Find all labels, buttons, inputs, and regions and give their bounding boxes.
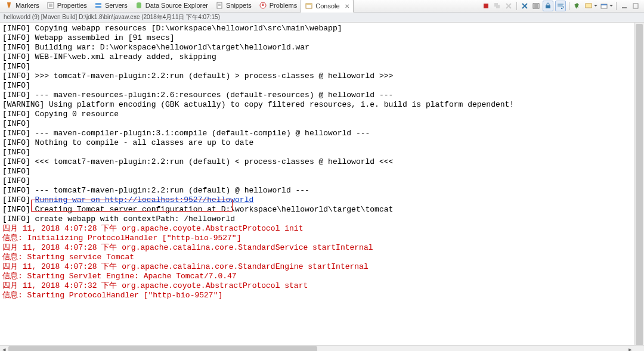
- console-line: [INFO] Building war: D:\workspace\hellow…: [2, 43, 642, 52]
- console-text[interactable]: [INFO] Copying webapp resources [D:\work…: [0, 23, 644, 302]
- datasource-icon: [135, 1, 143, 10]
- console-line: [INFO] create webapp with contextPath: /…: [2, 215, 642, 224]
- console-line: [INFO] Copying webapp resources [D:\work…: [2, 24, 642, 33]
- toolbar-separator: [516, 2, 517, 10]
- console-line: 四月 11, 2018 4:07:28 下午 org.apache.catali…: [2, 243, 642, 253]
- tab-label: Console: [315, 2, 339, 10]
- svg-rect-16: [601, 4, 607, 5]
- tab-label: Properties: [57, 2, 87, 9]
- tab-servers[interactable]: Servers: [91, 0, 131, 11]
- console-line: [INFO]: [2, 148, 642, 157]
- tab-label: Snippets: [226, 2, 252, 9]
- console-line: [INFO]: [2, 81, 642, 91]
- svg-rect-18: [633, 4, 638, 8]
- tab-properties[interactable]: Properties: [43, 0, 91, 11]
- console-line: [INFO] --- maven-resources-plugin:2.6:re…: [2, 91, 642, 100]
- pin-console-button[interactable]: [572, 1, 582, 11]
- properties-icon: [47, 1, 55, 10]
- console-line: 信息: Starting service Tomcat: [2, 253, 642, 262]
- word-wrap-button[interactable]: [555, 1, 566, 11]
- console-line: [WARNING] Using platform encoding (GBK a…: [2, 100, 642, 110]
- tab-data-source-explorer[interactable]: Data Source Explorer: [131, 0, 212, 11]
- console-line: [INFO]: [2, 62, 642, 72]
- hscroll-right-arrow[interactable]: ▸: [626, 346, 634, 351]
- horizontal-scrollbar[interactable]: ◂ ▸: [0, 345, 644, 351]
- vertical-scrollbar[interactable]: [634, 23, 644, 345]
- problems-icon: [259, 1, 267, 10]
- clear-console-button[interactable]: [531, 1, 541, 11]
- console-line: [INFO] Creating Tomcat server configurat…: [2, 205, 642, 215]
- console-line: [INFO] <<< tomcat7-maven-plugin:2.2:run …: [2, 157, 642, 167]
- tab-markers[interactable]: Markers: [1, 0, 43, 11]
- console-hyperlink[interactable]: Running war on http://localhost:9527/hel…: [35, 195, 254, 204]
- remove-launch-button[interactable]: [504, 1, 513, 11]
- svg-rect-17: [622, 7, 627, 8]
- display-selected-console-button[interactable]: [584, 1, 593, 11]
- console-line: 信息: Starting ProtocolHandler ["http-bio-…: [2, 291, 642, 300]
- console-line: [INFO] --- tomcat7-maven-plugin:2.2:run …: [2, 186, 642, 195]
- svg-rect-2: [95, 6, 101, 8]
- terminate-all-button[interactable]: [493, 1, 502, 11]
- tab-snippets[interactable]: Snippets: [212, 0, 255, 11]
- console-line: [INFO] >>> tomcat7-maven-plugin:2.2:run …: [2, 72, 642, 81]
- display-console-dropdown[interactable]: [594, 1, 597, 11]
- console-line: 信息: Starting Servlet Engine: Apache Tomc…: [2, 272, 642, 281]
- servers-icon: [94, 1, 103, 10]
- console-line: [INFO]: [2, 167, 642, 176]
- maximize-view-button[interactable]: [631, 1, 640, 11]
- console-viewport: [INFO] Copying webapp resources [D:\work…: [0, 23, 644, 345]
- horizontal-scroll-thumb[interactable]: [8, 346, 317, 351]
- console-line: 四月 11, 2018 4:07:28 下午 org.apache.catali…: [2, 262, 642, 272]
- minimize-view-button[interactable]: [620, 1, 629, 11]
- console-line: [INFO] Running war on http://localhost:9…: [2, 195, 642, 205]
- console-line: [INFO] Webapp assembled in [91 msecs]: [2, 33, 642, 43]
- console-line: 信息: Initializing ProtocolHandler ["http-…: [2, 234, 642, 243]
- tab-label: Markers: [16, 2, 39, 9]
- console-line: 四月 11, 2018 4:07:32 下午 org.apache.coyote…: [2, 281, 642, 291]
- toolbar-separator: [616, 2, 617, 10]
- svg-rect-12: [546, 5, 550, 8]
- svg-rect-7: [306, 4, 312, 5]
- open-console-dropdown[interactable]: [609, 1, 613, 11]
- toolbar-separator: [569, 2, 569, 10]
- console-toolbar: [481, 1, 643, 11]
- hscroll-left-arrow[interactable]: ◂: [0, 346, 8, 351]
- snippets-icon: [215, 1, 224, 10]
- console-line: [INFO]: [2, 119, 642, 129]
- console-line: 四月 11, 2018 4:07:28 下午 org.apache.coyote…: [2, 224, 642, 234]
- tab-problems[interactable]: Problems: [255, 0, 301, 11]
- hscroll-track[interactable]: [8, 346, 626, 351]
- svg-rect-10: [496, 5, 500, 8]
- close-icon[interactable]: ✕: [345, 3, 349, 10]
- remove-all-terminated-button[interactable]: [520, 1, 530, 11]
- console-line: [INFO] Copying 0 resource: [2, 110, 642, 119]
- svg-rect-14: [586, 4, 591, 7]
- console-line: [INFO] --- maven-compiler-plugin:3.1:com…: [2, 129, 642, 138]
- tab-label: Servers: [105, 2, 128, 9]
- svg-rect-8: [484, 4, 488, 8]
- tab-label: Data Source Explorer: [145, 2, 208, 9]
- tab-console[interactable]: Console✕: [301, 0, 353, 13]
- tabs-host: MarkersPropertiesServersData Source Expl…: [1, 0, 354, 13]
- scroll-lock-button[interactable]: [543, 1, 553, 11]
- console-icon: [305, 2, 313, 10]
- vertical-scroll-thumb[interactable]: [636, 24, 643, 345]
- markers-icon: [5, 1, 13, 10]
- open-console-button[interactable]: [599, 1, 609, 11]
- console-line: [INFO] Nothing to compile - all classes …: [2, 138, 642, 148]
- console-launch-description: helloworld (9) [Maven Build] D:\jdk1.8\b…: [0, 13, 644, 23]
- console-line: [INFO] WEB-INF\web.xml already added, sk…: [2, 52, 642, 62]
- svg-rect-1: [95, 3, 101, 5]
- view-tabbar: MarkersPropertiesServersData Source Expl…: [0, 0, 644, 13]
- terminate-button[interactable]: [481, 1, 491, 11]
- console-line: [INFO]: [2, 176, 642, 186]
- tab-label: Problems: [270, 2, 297, 9]
